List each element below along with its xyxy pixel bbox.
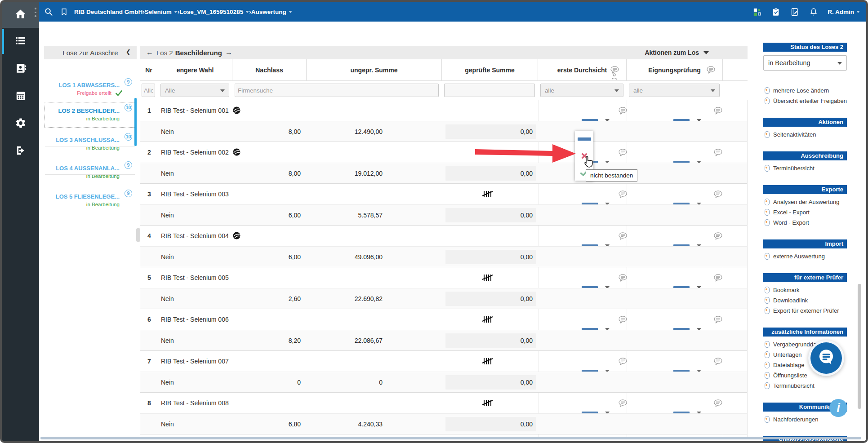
comment-bubble-icon[interactable] (619, 232, 627, 242)
bidder-name: RIB Test - Selenium 006 (161, 309, 229, 330)
comment-bubble-icon[interactable] (714, 316, 722, 325)
comment-bubble-icon[interactable] (714, 399, 722, 409)
los-item-status: Freigabe erteilt (44, 89, 135, 97)
mouse-click-icon (765, 297, 770, 304)
gepr-summe-field: 0,00 (445, 124, 536, 139)
status-option-cross[interactable] (575, 147, 593, 164)
sidebar-link[interactable]: Analysen der Auswertung (763, 197, 847, 207)
ungepr-summe-value: 22.086,67 (293, 330, 383, 351)
bell-icon[interactable] (808, 6, 819, 18)
column-header-6: erste Durchsicht (538, 59, 626, 80)
engere-wahl-value: Nein (161, 330, 174, 351)
eignungspruefung-filter-select[interactable]: alle (629, 84, 720, 97)
engere-wahl-filter-select[interactable]: Alle (160, 84, 229, 97)
rail-item-home[interactable] (2, 2, 39, 28)
rail-item-logout[interactable] (2, 137, 39, 165)
rail-item-settings-gear[interactable] (2, 110, 39, 137)
comment-bubble-icon[interactable] (619, 274, 627, 284)
column-header-label: Nachlass (255, 66, 283, 74)
comment-bubble-icon[interactable] (619, 149, 627, 158)
search-icon[interactable] (43, 6, 54, 18)
column-header-label: engere Wahl (177, 66, 214, 74)
aktionen-zum-los-menu[interactable]: Aktionen zum Los (645, 46, 709, 59)
sidebar-scrollbar-thumb[interactable] (858, 284, 861, 409)
comment-bubble-icon[interactable] (619, 399, 627, 409)
user-menu[interactable]: R. Admin (828, 9, 860, 15)
comment-bubble-icon[interactable] (619, 190, 627, 200)
table-header-row: Nrengere WahlNachlassungepr. Summegeprüf… (140, 59, 748, 81)
firmensuche-input[interactable] (235, 84, 439, 97)
sidebar-link[interactable]: Excel - Export (763, 207, 847, 217)
next-los-arrow-icon[interactable]: → (225, 49, 232, 57)
breadcrumb-item[interactable]: Lose_VM_1659510285 (179, 9, 249, 15)
chevron-down-icon (245, 11, 249, 13)
info-badge[interactable]: i (829, 399, 847, 417)
mouse-click-icon (765, 253, 770, 260)
previous-los-arrow-icon[interactable]: ← (146, 49, 153, 57)
contacts-icon (15, 62, 27, 76)
los-item-4[interactable]: LOS 4 AUSSENANLA...9in Bearbeitung (44, 164, 135, 180)
sidebar-section: ExporteAnalysen der AuswertungExcel - Ex… (763, 185, 847, 228)
tally-marks-icon (482, 315, 493, 323)
comment-bubble-icon[interactable] (714, 232, 722, 242)
panel-resize-handle[interactable] (136, 228, 140, 242)
rail-item-contacts[interactable] (2, 55, 39, 83)
apps-grid-icon[interactable] (751, 6, 763, 18)
sidebar-link[interactable]: Seitenaktivitäten (763, 129, 847, 140)
sidebar-link-label: Terminübersicht (773, 382, 815, 389)
status-option-dash[interactable] (575, 131, 593, 147)
panel-scrollbar-thumb[interactable] (134, 98, 137, 146)
nr-filter-input[interactable] (142, 84, 155, 97)
comment-bubble-icon[interactable] (714, 274, 722, 284)
mouse-click-icon (765, 382, 770, 389)
sidebar-link[interactable]: Terminübersicht (763, 163, 847, 173)
comment-bubble-icon[interactable] (714, 107, 722, 116)
sidebar-link[interactable]: Export für externer Prüfer (763, 306, 847, 316)
comment-bubble-icon[interactable] (714, 149, 722, 158)
comment-bubble-icon[interactable] (619, 358, 627, 367)
mouse-click-icon (765, 219, 770, 226)
rail-item-calendar[interactable] (2, 83, 39, 110)
erste-durchsicht-filter-select[interactable]: alle (540, 84, 623, 97)
sidebar-link[interactable]: Übersicht erteilter Freigaben (763, 96, 847, 106)
sidebar-link[interactable]: Word - Export (763, 217, 847, 228)
los-item-2[interactable]: LOS 2 BESCHILDER...10in Bearbeitung (44, 106, 135, 123)
horizontal-scrollbar[interactable] (40, 437, 861, 439)
gepruefte-summe-filter-input[interactable] (444, 84, 535, 97)
row-number: 8 (140, 393, 158, 413)
sidebar-link[interactable]: externe Auswertung (763, 251, 847, 261)
sidebar-section-header: für externe Prüfer (763, 273, 847, 282)
bookmark-icon[interactable] (58, 6, 70, 18)
notebook-edit-icon[interactable] (789, 6, 801, 18)
rail-item-list[interactable] (2, 28, 39, 55)
los-item-status: in Bearbeitung (44, 115, 135, 123)
breadcrumb-item[interactable]: RIB Deutschland GmbH (74, 9, 142, 15)
nachlass-value: 6,00 (230, 205, 301, 226)
los-item-1[interactable]: LOS 1 ABWASSERS...9Freigabe erteilt (44, 81, 135, 97)
breadcrumb-item[interactable]: Auswertung (251, 9, 292, 15)
chevron-down-icon (614, 89, 619, 92)
los-item-5[interactable]: LOS 5 FLIESENLEGE...9in Bearbeitung (44, 192, 135, 208)
sidebar-link[interactable]: Downloadlink (763, 295, 847, 306)
comment-bubble-icon[interactable] (707, 66, 715, 75)
los-status-select[interactable]: in Bearbeitung (763, 55, 847, 71)
sidebar-link[interactable]: Terminübersicht (763, 381, 847, 391)
sidebar-link[interactable]: mehrere Lose ändern (763, 85, 847, 96)
los-item-title: LOS 2 BESCHILDER...10 (44, 106, 135, 115)
nachlass-value: 6,00 (230, 247, 301, 267)
collapse-panel-icon[interactable]: ❮ (126, 49, 131, 55)
comment-bubble-icon[interactable] (619, 316, 627, 325)
column-header-label: erste Durchsicht (557, 66, 607, 74)
comment-bubble-icon[interactable] (714, 190, 722, 200)
rail-drag-dots-icon[interactable] (35, 8, 36, 19)
comment-bubble-icon[interactable] (714, 358, 722, 367)
clipboard-check-icon[interactable] (770, 6, 782, 18)
los-item-badge: 10 (125, 104, 132, 111)
los-item-badge: 9 (125, 78, 132, 86)
comment-bubble-icon[interactable] (619, 107, 627, 116)
los-item-3[interactable]: LOS 3 ANSCHLUSSA...10in Bearbeitung (44, 136, 135, 152)
sidebar-link[interactable]: Bookmark (763, 285, 847, 295)
breadcrumb-item[interactable]: Selenium (145, 9, 178, 15)
mouse-click-icon (765, 341, 770, 348)
chat-fab-button[interactable] (808, 340, 844, 376)
